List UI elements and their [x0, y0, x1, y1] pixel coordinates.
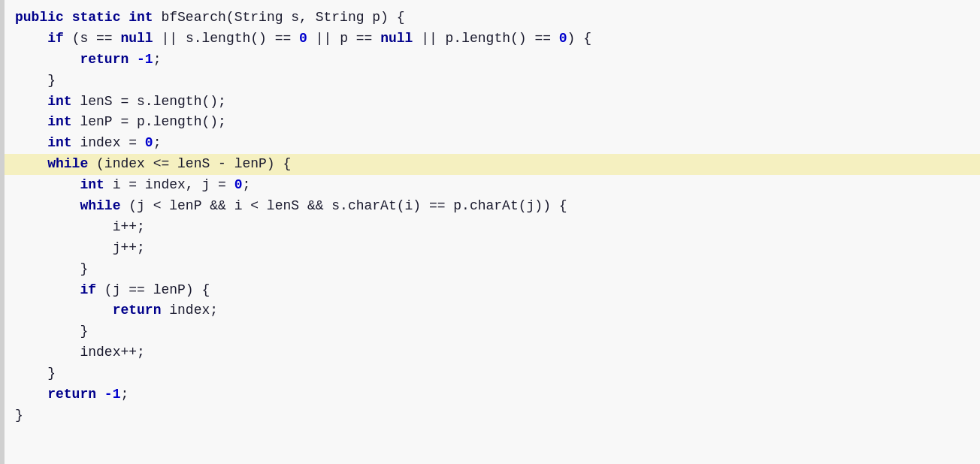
token-num: 0	[559, 29, 567, 50]
code-line-1: public static int bfSearch(String s, Str…	[0, 8, 980, 29]
token-plain: || p.length() ==	[413, 29, 558, 50]
token-kw: while	[80, 196, 120, 217]
token-plain: i++;	[113, 217, 145, 238]
token-plain: i = index, j =	[104, 175, 234, 196]
token-kw: int	[47, 92, 71, 113]
token-num: 0	[234, 175, 243, 196]
token-plain	[96, 384, 104, 405]
token-plain: (j < lenP && i < lenS && s.charAt(i) == …	[120, 196, 567, 217]
token-kw: return	[80, 50, 129, 71]
token-num: -1	[104, 384, 121, 405]
code-line-16: }	[0, 321, 980, 342]
code-line-3: return -1;	[0, 50, 980, 71]
code-line-14: if (j == lenP) {	[0, 280, 980, 301]
token-kw: null	[380, 29, 413, 50]
indent	[15, 300, 113, 321]
indent	[15, 154, 47, 175]
token-plain: ;	[242, 175, 250, 196]
code-line-15: return index;	[0, 300, 980, 321]
token-plain: ;	[153, 133, 162, 154]
token-kw: null	[120, 29, 153, 50]
token-plain: || s.length() ==	[153, 29, 299, 50]
token-plain: index;	[161, 300, 218, 321]
token-plain: (s ==	[64, 29, 121, 50]
indent	[15, 112, 47, 133]
token-plain	[64, 8, 72, 29]
token-plain: ;	[120, 384, 129, 405]
token-plain	[120, 8, 129, 29]
indent	[15, 29, 47, 50]
indent	[15, 238, 113, 259]
indent	[15, 321, 80, 342]
indent	[15, 50, 80, 71]
token-kw: int	[47, 112, 71, 133]
token-plain	[129, 50, 137, 71]
indent	[15, 92, 47, 113]
left-border	[0, 0, 5, 464]
token-kw: return	[47, 384, 96, 405]
token-plain: }	[80, 321, 88, 342]
token-plain: }	[47, 363, 56, 384]
code-line-2: if (s == null || s.length() == 0 || p ==…	[0, 29, 980, 50]
indent	[15, 259, 80, 280]
code-line-6: int lenP = p.length();	[0, 112, 980, 133]
token-num: 0	[299, 29, 307, 50]
token-plain: }	[15, 405, 23, 426]
token-kw: int	[129, 8, 153, 29]
code-line-12: j++;	[0, 238, 980, 259]
code-line-18: }	[0, 363, 980, 384]
code-line-17: index++;	[0, 342, 980, 363]
code-line-7: int index = 0;	[0, 133, 980, 154]
token-kw: static	[72, 8, 121, 29]
code-line-9: int i = index, j = 0;	[0, 175, 980, 196]
indent	[15, 384, 47, 405]
indent	[15, 196, 80, 217]
token-kw: if	[80, 280, 96, 301]
token-plain: }	[80, 259, 88, 280]
code-container: public static int bfSearch(String s, Str…	[0, 0, 980, 464]
code-line-13: }	[0, 259, 980, 280]
token-plain: index++;	[80, 342, 144, 363]
indent	[15, 342, 80, 363]
token-plain: }	[47, 71, 56, 92]
token-kw: return	[113, 300, 162, 321]
code-line-19: return -1;	[0, 384, 980, 405]
token-num: -1	[137, 50, 153, 71]
token-plain: lenP = p.length();	[72, 112, 226, 133]
token-kw: while	[47, 154, 88, 175]
code-line-11: i++;	[0, 217, 980, 238]
code-line-5: int lenS = s.length();	[0, 92, 980, 113]
token-kw: int	[47, 133, 71, 154]
token-plain: ;	[153, 50, 162, 71]
token-plain: lenS = s.length();	[72, 92, 226, 113]
code-line-8: while (index <= lenS - lenP) {	[0, 154, 980, 175]
token-plain: (j == lenP) {	[96, 280, 210, 301]
code-line-10: while (j < lenP && i < lenS && s.charAt(…	[0, 196, 980, 217]
indent	[15, 71, 47, 92]
token-kw: public	[15, 8, 64, 29]
indent	[15, 175, 80, 196]
token-plain: ) {	[567, 29, 591, 50]
token-plain: bfSearch(String s, String p) {	[153, 8, 405, 29]
token-plain: (index <= lenS - lenP) {	[88, 154, 291, 175]
token-kw: if	[47, 29, 64, 50]
token-plain: index =	[72, 133, 145, 154]
indent	[15, 217, 113, 238]
token-plain: || p ==	[307, 29, 380, 50]
indent	[15, 133, 47, 154]
token-kw: int	[80, 175, 104, 196]
code-line-20: }	[0, 405, 980, 426]
code-line-4: }	[0, 71, 980, 92]
indent	[15, 280, 80, 301]
token-plain: j++;	[113, 238, 145, 259]
token-num: 0	[145, 133, 153, 154]
indent	[15, 363, 47, 384]
